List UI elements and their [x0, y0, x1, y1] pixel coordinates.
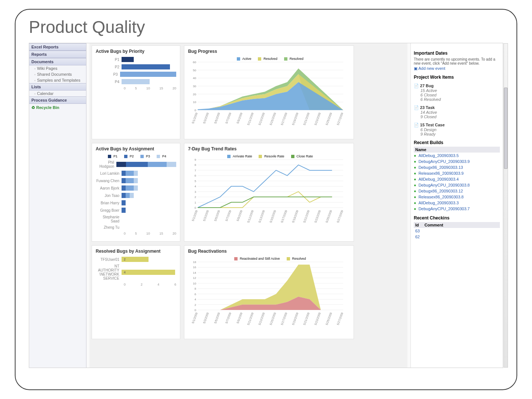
build-link[interactable]: Releasex86_20090303.8: [414, 194, 500, 200]
svg-text:5/9/2009: 5/9/2009: [236, 112, 243, 124]
project-work-items-heading: Project Work Items: [414, 75, 500, 80]
svg-text:5/1/2009: 5/1/2009: [191, 312, 198, 324]
svg-text:5/25/2009: 5/25/2009: [325, 112, 333, 126]
sidebar: Excel ReportsReportsDocumentsWiki PagesS…: [29, 43, 86, 368]
bar-row: Fuwang Chen: [96, 178, 176, 183]
svg-text:14: 14: [193, 271, 196, 274]
recent-builds-heading: Recent Builds: [414, 140, 500, 145]
svg-text:5/7/2009: 5/7/2009: [225, 112, 232, 124]
build-link[interactable]: DebugAnyCPU_20090303.8: [414, 182, 500, 188]
bar-row: P2: [96, 64, 176, 69]
panel-resolved-bugs-assignment: Resolved Bugs by AssignmentTFSUser012NT …: [92, 245, 180, 339]
svg-text:5/11/2009: 5/11/2009: [247, 312, 255, 325]
work-item-task[interactable]: 📄 23 Task14 Active9 Closed: [414, 105, 500, 119]
svg-text:6: 6: [195, 174, 197, 178]
panel-title: 7-Day Bug Trend Rates: [188, 146, 350, 151]
panel-title: Bug Progress: [188, 49, 350, 54]
build-link[interactable]: DebugAnyCPU_20090303.7: [414, 206, 500, 212]
svg-text:8: 8: [195, 287, 197, 291]
svg-text:5/23/2009: 5/23/2009: [314, 112, 322, 126]
add-new-event-link[interactable]: ▣ Add new event: [414, 66, 445, 71]
svg-text:5/27/2009: 5/27/2009: [336, 112, 344, 126]
right-column: Important Dates There are currently no u…: [410, 43, 503, 368]
svg-text:5/19/2009: 5/19/2009: [291, 312, 299, 325]
svg-text:5/1/2009: 5/1/2009: [191, 209, 198, 222]
page-title: Product Quality: [29, 17, 503, 37]
svg-text:1: 1: [195, 201, 197, 204]
svg-text:20: 20: [193, 93, 196, 96]
build-link[interactable]: AllDebug_20090303.5: [414, 153, 500, 158]
svg-text:5/5/2009: 5/5/2009: [214, 209, 221, 222]
svg-text:0: 0: [195, 109, 197, 112]
svg-text:5/17/2009: 5/17/2009: [280, 209, 288, 223]
svg-text:5/9/2009: 5/9/2009: [236, 312, 243, 324]
sidebar-section-documents[interactable]: Documents: [29, 58, 86, 65]
builds-column-header: Name: [414, 147, 500, 153]
scrollbar-thumb[interactable]: [504, 88, 508, 169]
svg-text:5/3/2009: 5/3/2009: [202, 112, 209, 124]
build-link[interactable]: Debugx86_20090303.12: [414, 188, 500, 194]
sidebar-section-excel-reports[interactable]: Excel Reports: [29, 43, 86, 51]
svg-text:9: 9: [195, 158, 197, 161]
sidebar-item-samples-and-templates[interactable]: Samples and Templates: [29, 77, 86, 83]
sidebar-item-shared-documents[interactable]: Shared Documents: [29, 71, 86, 77]
build-link[interactable]: AllDebug_20090303.3: [414, 200, 500, 206]
checkin-link[interactable]: 63: [414, 228, 500, 234]
bar-row: Brian Harry: [96, 200, 176, 205]
svg-text:5/27/2009: 5/27/2009: [336, 209, 344, 223]
sidebar-item-calendar[interactable]: Calendar: [29, 91, 86, 96]
svg-text:10: 10: [193, 282, 196, 285]
work-item-bug[interactable]: 📄 27 Bug15 Active6 Closed6 Resolved: [414, 83, 500, 102]
sidebar-section-process-guidance[interactable]: Process Guidance: [29, 96, 86, 104]
svg-text:5/1/2009: 5/1/2009: [191, 112, 198, 124]
svg-text:4: 4: [195, 185, 197, 188]
svg-text:5/11/2009: 5/11/2009: [247, 209, 255, 223]
bar-row: Aaron Bjork: [96, 185, 176, 191]
sidebar-item-wiki-pages[interactable]: Wiki Pages: [29, 65, 86, 71]
svg-text:5/25/2009: 5/25/2009: [325, 209, 333, 223]
checkin-link[interactable]: 62: [414, 234, 500, 240]
svg-text:5/13/2009: 5/13/2009: [258, 112, 266, 126]
svg-text:5/5/2009: 5/5/2009: [214, 112, 221, 124]
sidebar-section-lists[interactable]: Lists: [29, 83, 86, 91]
build-link[interactable]: Releasex86_20090303.9: [414, 170, 500, 176]
svg-text:5/9/2009: 5/9/2009: [236, 209, 243, 222]
panel-title: Active Bugs by Priority: [96, 49, 176, 54]
panel-bug-progress: Bug ProgressActiveResolvedResolved010203…: [184, 45, 354, 139]
build-link[interactable]: DebugAnyCPU_20090303.9: [414, 158, 500, 164]
panel-title: Active Bugs by Assignment: [96, 146, 176, 151]
svg-text:4: 4: [195, 298, 197, 301]
svg-text:5/17/2009: 5/17/2009: [280, 312, 288, 325]
svg-text:5/7/2009: 5/7/2009: [225, 209, 232, 222]
bar-row: Zheng Tu: [96, 225, 176, 229]
bar-row: Phil Hodgson: [96, 160, 176, 168]
important-dates-heading: Important Dates: [414, 51, 500, 56]
panel-active-bugs-assignment: Active Bugs by AssignmentP1P2P3P4Phil Ho…: [92, 143, 180, 242]
svg-text:5: 5: [195, 180, 197, 183]
sidebar-section-reports[interactable]: Reports: [29, 51, 86, 58]
recycle-bin[interactable]: Recycle Bin: [29, 104, 86, 112]
svg-text:40: 40: [193, 76, 196, 80]
panel-bug-reactivations: Bug ReactivationsReactivated and Still A…: [184, 245, 354, 339]
build-link[interactable]: AllDebug_20090303.4: [414, 176, 500, 182]
svg-text:10: 10: [193, 100, 196, 104]
panel-title: Bug Reactivations: [188, 249, 350, 254]
svg-text:12: 12: [193, 277, 196, 280]
checkins-column-header: Id Comment: [414, 222, 500, 228]
build-link[interactable]: Debugx86_20090303.13: [414, 164, 500, 170]
bar-row: TFSUser012: [96, 257, 176, 262]
svg-text:0: 0: [195, 308, 197, 312]
dashboard-app: Excel ReportsReportsDocumentsWiki PagesS…: [29, 43, 503, 368]
svg-text:18: 18: [193, 260, 196, 264]
important-dates-hint: There are currently no upcoming events. …: [414, 57, 500, 65]
svg-text:5/25/2009: 5/25/2009: [325, 312, 333, 325]
svg-text:3: 3: [195, 190, 197, 194]
bar-row: Gregg Boer: [96, 208, 176, 213]
svg-text:5/3/2009: 5/3/2009: [202, 312, 209, 324]
svg-text:5/27/2009: 5/27/2009: [336, 312, 344, 325]
bar-row: NT AUTHORITY \NETWORK SERVICE4: [96, 264, 176, 280]
main-grid: Active Bugs by PriorityP1P2P3P405101520B…: [89, 43, 407, 368]
work-item-test-case[interactable]: 📄 15 Test Case6 Design9 Ready: [414, 123, 500, 136]
svg-text:5/19/2009: 5/19/2009: [291, 209, 299, 223]
svg-text:5/13/2009: 5/13/2009: [258, 209, 266, 223]
